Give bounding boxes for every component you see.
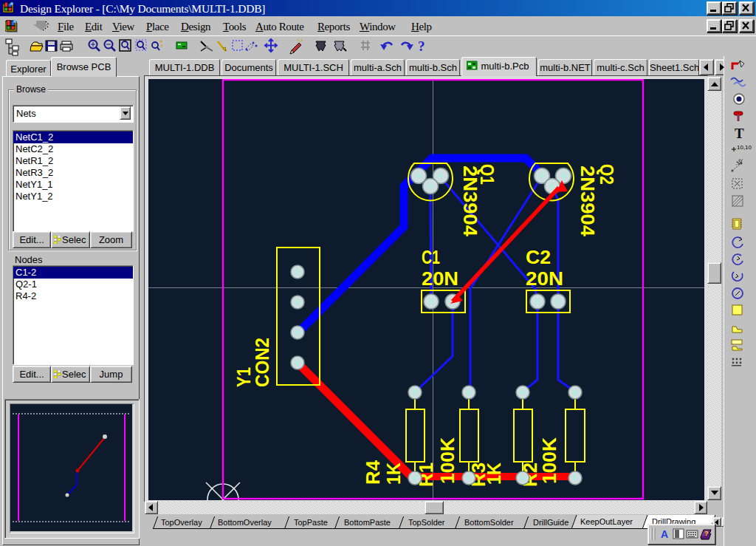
svg-text:100K: 100K: [437, 437, 458, 484]
svg-text:1K: 1K: [383, 463, 404, 485]
svg-text:?: ?: [704, 530, 709, 537]
svg-text:1K: 1K: [484, 463, 504, 485]
svg-text:10,10: 10,10: [737, 144, 752, 151]
svg-text:2N3904: 2N3904: [577, 165, 598, 236]
svg-text:2N3904: 2N3904: [460, 165, 481, 236]
svg-text:T: T: [735, 126, 744, 141]
svg-text:C2: C2: [526, 247, 551, 267]
svg-text:20N: 20N: [526, 268, 563, 289]
svg-text:R4: R4: [362, 460, 383, 485]
svg-text:A: A: [661, 528, 668, 540]
svg-text:100K: 100K: [539, 437, 560, 484]
svg-text:20N: 20N: [422, 268, 458, 289]
svg-text:?: ?: [418, 38, 425, 54]
svg-text:C1: C1: [422, 247, 440, 267]
svg-text:Q2: Q2: [597, 164, 617, 185]
svg-text:CON2: CON2: [252, 338, 272, 387]
svg-text:Y1: Y1: [233, 367, 254, 387]
